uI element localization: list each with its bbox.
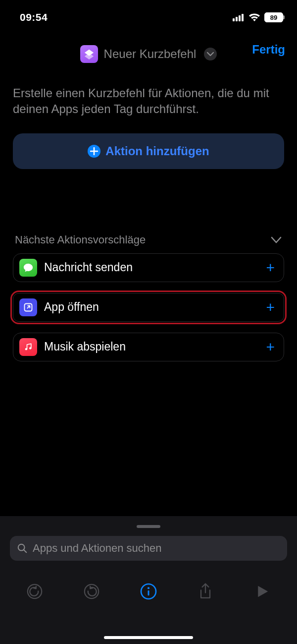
search-icon [17, 543, 28, 554]
sheet-grabber[interactable] [137, 525, 160, 528]
cellular-icon [233, 13, 245, 21]
svg-rect-0 [233, 18, 235, 21]
status-indicators: 89 [233, 12, 283, 22]
suggestion-label: Nachricht senden [44, 261, 259, 274]
music-icon [19, 338, 37, 356]
add-action-button[interactable]: Aktion hinzufügen [13, 133, 284, 169]
home-indicator[interactable] [104, 636, 193, 639]
plus-circle-icon [88, 145, 100, 158]
play-button[interactable] [251, 581, 273, 602]
svg-point-5 [25, 348, 27, 350]
battery-indicator: 89 [264, 12, 283, 22]
shortcut-title: Neuer Kurzbefehl [104, 47, 197, 61]
messages-icon [19, 259, 37, 277]
wifi-icon [248, 13, 260, 22]
undo-button[interactable] [24, 581, 46, 602]
search-field[interactable]: Apps und Aktionen suchen [10, 536, 287, 561]
open-app-icon [19, 298, 37, 316]
suggestion-label: Musik abspielen [44, 340, 259, 353]
svg-rect-1 [236, 17, 238, 21]
suggestion-label: App öffnen [44, 300, 259, 314]
status-bar: 09:54 89 [0, 0, 297, 28]
info-button[interactable] [138, 581, 159, 602]
svg-point-11 [148, 587, 149, 589]
bottom-tray: Apps und Aktionen suchen [0, 516, 297, 644]
svg-point-6 [29, 347, 31, 349]
done-button[interactable]: Fertig [252, 43, 285, 57]
battery-pct: 89 [264, 12, 283, 22]
title-dropdown[interactable]: Neuer Kurzbefehl [80, 45, 217, 63]
add-suggestion-button[interactable]: + [266, 339, 275, 355]
suggestions-title: Nächste Aktionsvorschläge [15, 234, 146, 246]
add-suggestion-button[interactable]: + [266, 259, 275, 276]
chevron-down-icon[interactable] [270, 236, 282, 244]
suggestions-header[interactable]: Nächste Aktionsvorschläge [13, 234, 284, 246]
redo-button[interactable] [81, 581, 102, 602]
suggestions-list: Nachricht senden + App öffnen + Musik ab… [13, 253, 284, 361]
suggestion-item[interactable]: Nachricht senden + [13, 253, 284, 282]
chevron-down-icon[interactable] [204, 48, 217, 60]
suggestion-item[interactable]: Musik abspielen + [13, 333, 284, 361]
toolbar [0, 581, 297, 602]
add-action-label: Aktion hinzufügen [105, 144, 209, 158]
search-placeholder: Apps und Aktionen suchen [33, 542, 162, 555]
suggestion-item[interactable]: App öffnen + [13, 293, 284, 322]
header: Neuer Kurzbefehl Fertig [0, 28, 297, 65]
hint-text: Erstelle einen Kurzbefehl für Aktionen, … [13, 85, 284, 117]
shortcuts-app-icon [80, 45, 98, 63]
add-suggestion-button[interactable]: + [266, 299, 275, 316]
status-time: 09:54 [20, 11, 48, 23]
svg-rect-12 [148, 590, 149, 596]
share-button[interactable] [195, 581, 216, 602]
svg-rect-3 [242, 14, 244, 21]
svg-rect-2 [239, 15, 241, 21]
